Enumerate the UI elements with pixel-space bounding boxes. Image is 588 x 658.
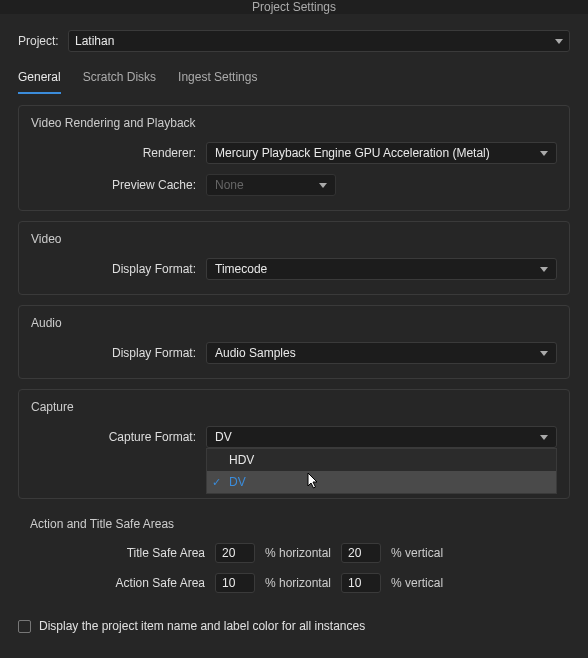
action-safe-row: Action Safe Area % horizontal % vertical — [30, 573, 558, 593]
action-safe-label: Action Safe Area — [30, 576, 215, 590]
tab-scratch-disks[interactable]: Scratch Disks — [83, 66, 156, 94]
renderer-select[interactable]: Mercury Playback Engine GPU Acceleration… — [206, 142, 557, 164]
capture-format-value: DV — [215, 430, 232, 444]
audio-title: Audio — [31, 316, 557, 330]
chevron-down-icon — [540, 267, 548, 272]
preview-cache-value: None — [215, 178, 244, 192]
video-display-select[interactable]: Timecode — [206, 258, 557, 280]
chevron-down-icon — [540, 351, 548, 356]
capture-title: Capture — [31, 400, 557, 414]
capture-format-label: Capture Format: — [31, 430, 206, 444]
project-label: Project: — [18, 34, 68, 48]
chevron-down-icon — [319, 183, 327, 188]
section-capture: Capture Capture Format: DV HDV ✓ DV — [18, 389, 570, 499]
pct-horizontal-label: % horizontal — [265, 576, 331, 590]
project-select[interactable]: Latihan — [68, 30, 570, 52]
project-value: Latihan — [75, 34, 114, 48]
renderer-value: Mercury Playback Engine GPU Acceleration… — [215, 146, 490, 160]
dropdown-item-dv[interactable]: ✓ DV — [207, 471, 556, 493]
cursor-icon — [307, 472, 321, 490]
preview-cache-label: Preview Cache: — [31, 178, 206, 192]
video-display-label: Display Format: — [31, 262, 206, 276]
video-title: Video — [31, 232, 557, 246]
action-safe-h-input[interactable] — [215, 573, 255, 593]
renderer-label: Renderer: — [31, 146, 206, 160]
section-video: Video Display Format: Timecode — [18, 221, 570, 295]
tab-ingest-settings[interactable]: Ingest Settings — [178, 66, 257, 94]
dialog-title: Project Settings — [0, 0, 588, 14]
display-item-name-label: Display the project item name and label … — [39, 619, 365, 633]
title-safe-row: Title Safe Area % horizontal % vertical — [30, 543, 558, 563]
dropdown-item-label: DV — [229, 475, 246, 489]
tabs: General Scratch Disks Ingest Settings — [18, 66, 570, 95]
tab-general[interactable]: General — [18, 66, 61, 94]
title-safe-v-input[interactable] — [341, 543, 381, 563]
dropdown-item-label: HDV — [229, 453, 254, 467]
safe-areas-title: Action and Title Safe Areas — [30, 517, 558, 531]
action-safe-v-input[interactable] — [341, 573, 381, 593]
pct-horizontal-label: % horizontal — [265, 546, 331, 560]
pct-vertical-label: % vertical — [391, 546, 443, 560]
dropdown-item-hdv[interactable]: HDV — [207, 449, 556, 471]
check-icon: ✓ — [212, 476, 221, 489]
dialog-buttons: Cancel OK — [0, 643, 588, 658]
video-display-value: Timecode — [215, 262, 267, 276]
display-item-name-row[interactable]: Display the project item name and label … — [18, 619, 570, 633]
capture-format-select[interactable]: DV — [206, 426, 557, 448]
display-item-name-checkbox[interactable] — [18, 620, 31, 633]
audio-display-value: Audio Samples — [215, 346, 296, 360]
section-rendering: Video Rendering and Playback Renderer: M… — [18, 105, 570, 211]
chevron-down-icon — [555, 39, 563, 44]
audio-display-label: Display Format: — [31, 346, 206, 360]
project-row: Project: Latihan — [18, 30, 570, 52]
title-safe-label: Title Safe Area — [30, 546, 215, 560]
rendering-title: Video Rendering and Playback — [31, 116, 557, 130]
capture-format-dropdown: HDV ✓ DV — [206, 448, 557, 494]
section-safe-areas: Action and Title Safe Areas Title Safe A… — [18, 509, 570, 607]
dialog-content: Project: Latihan General Scratch Disks I… — [0, 14, 588, 643]
chevron-down-icon — [540, 151, 548, 156]
title-safe-h-input[interactable] — [215, 543, 255, 563]
section-audio: Audio Display Format: Audio Samples — [18, 305, 570, 379]
project-settings-dialog: Project Settings Project: Latihan Genera… — [0, 0, 588, 658]
preview-cache-select: None — [206, 174, 336, 196]
audio-display-select[interactable]: Audio Samples — [206, 342, 557, 364]
pct-vertical-label: % vertical — [391, 576, 443, 590]
chevron-down-icon — [540, 435, 548, 440]
